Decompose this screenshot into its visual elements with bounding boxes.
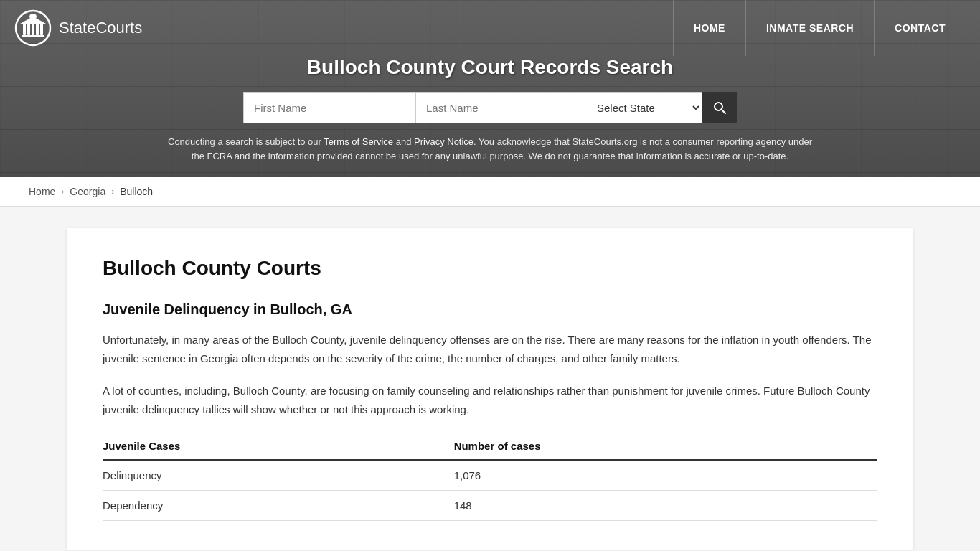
table-cell-label: Dependency <box>103 491 440 521</box>
disclaimer-text: Conducting a search is subject to our Te… <box>167 135 813 163</box>
juvenile-cases-table: Juvenile Cases Number of cases Delinquen… <box>103 433 877 521</box>
site-logo[interactable]: StateCourts <box>14 9 142 47</box>
col-header-number: Number of cases <box>440 433 877 460</box>
svg-rect-5 <box>40 24 43 35</box>
svg-rect-1 <box>23 24 26 35</box>
last-name-input[interactable] <box>415 92 588 123</box>
state-select[interactable]: Select State Alabama Alaska Georgia Texa… <box>588 92 702 123</box>
breadcrumb: Home › Georgia › Bulloch <box>0 177 980 207</box>
main-wrapper: Bulloch County Courts Juvenile Delinquen… <box>0 207 980 551</box>
section-title: Bulloch County Courts <box>103 257 877 280</box>
content-card: Bulloch County Courts Juvenile Delinquen… <box>67 228 913 550</box>
table-row: Dependency148 <box>103 491 877 521</box>
logo-text: StateCourts <box>59 19 142 37</box>
table-row: Delinquency1,076 <box>103 460 877 491</box>
svg-rect-4 <box>36 24 39 35</box>
table-cell-value: 1,076 <box>440 460 877 491</box>
svg-point-8 <box>29 14 37 19</box>
logo-icon <box>14 9 52 47</box>
nav-inmate-search[interactable]: INMATE SEARCH <box>745 0 874 56</box>
nav-links: HOME INMATE SEARCH CONTACT <box>673 0 966 56</box>
svg-line-10 <box>722 110 726 114</box>
search-area: Bulloch County Court Records Search Sele… <box>0 56 980 177</box>
content-para-2: A lot of counties, including, Bulloch Co… <box>103 382 877 418</box>
svg-rect-3 <box>32 24 34 35</box>
search-form: Select State Alabama Alaska Georgia Texa… <box>0 92 980 123</box>
table-cell-value: 148 <box>440 491 877 521</box>
content-para-1: Unfortunately, in many areas of the Bull… <box>103 331 877 367</box>
table-body: Delinquency1,076Dependency148 <box>103 460 877 521</box>
privacy-link[interactable]: Privacy Notice <box>414 136 473 147</box>
breadcrumb-home[interactable]: Home <box>29 186 55 197</box>
nav-contact[interactable]: CONTACT <box>874 0 966 56</box>
subsection-title: Juvenile Delinquency in Bulloch, GA <box>103 301 877 318</box>
nav-home[interactable]: HOME <box>673 0 745 56</box>
breadcrumb-sep-2: › <box>111 187 114 197</box>
table-cell-label: Delinquency <box>103 460 440 491</box>
terms-link[interactable]: Terms of Service <box>324 136 393 147</box>
breadcrumb-sep-1: › <box>61 187 64 197</box>
search-button[interactable] <box>702 92 737 123</box>
breadcrumb-state[interactable]: Georgia <box>70 186 105 197</box>
table-header-row: Juvenile Cases Number of cases <box>103 433 877 460</box>
top-navigation: StateCourts HOME INMATE SEARCH CONTACT <box>0 0 980 56</box>
site-header: StateCourts HOME INMATE SEARCH CONTACT B… <box>0 0 980 177</box>
svg-rect-6 <box>22 35 44 37</box>
svg-rect-2 <box>27 24 30 35</box>
first-name-input[interactable] <box>243 92 415 123</box>
breadcrumb-county: Bulloch <box>120 186 153 197</box>
page-title: Bulloch County Court Records Search <box>0 56 980 79</box>
col-header-cases: Juvenile Cases <box>103 433 440 460</box>
search-icon <box>712 100 727 115</box>
